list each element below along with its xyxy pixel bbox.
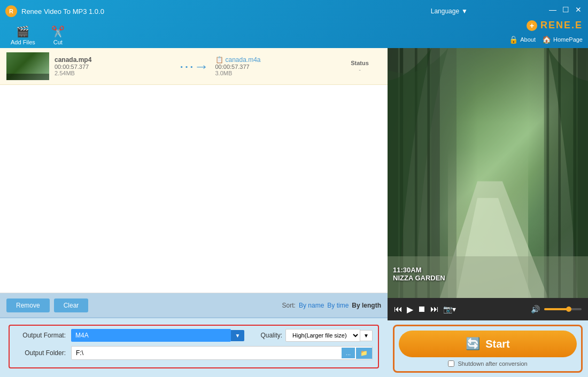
file-thumbnail (6, 52, 49, 80)
about-button[interactable]: 🔒 About (509, 35, 536, 44)
format-row: Output Format: M4A MP3 AAC WAV FLAC ▼ Qu… (9, 325, 379, 368)
start-section: 🔄 Start Shutdown after conversion (388, 320, 588, 377)
app-logo: R (5, 5, 17, 17)
video-preview: 11:30AM NIZZA GARDEN (388, 48, 588, 298)
language-btn[interactable]: Language ▼ (431, 7, 468, 15)
video-section: 11:30AM NIZZA GARDEN ⏮ ▶ ⏹ ⏭ 📷▾ 🔊 (388, 48, 588, 320)
add-files-icon: 🎬 (16, 25, 29, 38)
skip-back-button[interactable]: ⏮ (394, 304, 403, 314)
video-scene-svg (388, 48, 588, 298)
file-list: canada.mp4 00:00:57.377 2.54MB ⋯→ 📋 cana… (0, 48, 388, 293)
start-label: Start (485, 338, 510, 350)
nav-links: 🔒 About 🏠 HomePage (509, 35, 583, 44)
table-row: canada.mp4 00:00:57.377 2.54MB ⋯→ 📋 cana… (0, 48, 388, 85)
left-panel: canada.mp4 00:00:57.377 2.54MB ⋯→ 📋 cana… (0, 48, 388, 377)
quality-area: Quality: High(Larger file size) Medium L… (260, 329, 373, 342)
brand-name: RENE.E (540, 20, 583, 31)
remove-button[interactable]: Remove (6, 299, 50, 312)
play-button[interactable]: ▶ (407, 304, 413, 315)
add-files-label: Add Files (11, 39, 35, 45)
add-files-button[interactable]: 🎬 Add Files (11, 25, 35, 45)
thumb-overlay (6, 74, 49, 80)
window-controls: — ☐ ✕ (548, 5, 583, 14)
media-controls: ⏮ ▶ ⏹ ⏭ 📷▾ 🔊 (388, 298, 588, 320)
rene-brand: + RENE.E (527, 20, 583, 31)
sort-area: Sort: By name By time By length (282, 302, 381, 309)
output-file-info: 📋 canada.m4a 00:00:57.377 3.0MB (215, 56, 334, 76)
start-button-wrapper: 🔄 Start Shutdown after conversion (393, 325, 583, 373)
volume-icon: 🔊 (531, 305, 540, 313)
volume-fill (544, 308, 569, 310)
about-icon: 🔒 (509, 35, 518, 44)
shutdown-checkbox[interactable] (448, 360, 454, 367)
start-button[interactable]: 🔄 Start (399, 331, 577, 357)
toolbar: 🎬 Add Files ✂️ Cut (0, 22, 489, 48)
volume-slider[interactable] (544, 308, 582, 310)
video-location-text: NIZZA GARDEN (393, 274, 445, 282)
file-icon: 📋 (215, 56, 223, 64)
folder-settings-row: Output Folder: ... 📁 (15, 346, 373, 360)
header-left: R Renee Video To MP3 1.0.0 Language ▼ 🎬 … (0, 0, 489, 48)
video-time-text: 11:30AM (393, 266, 445, 274)
browse-button[interactable]: ... (342, 348, 355, 358)
stop-button[interactable]: ⏹ (417, 304, 426, 314)
refresh-icon: 🔄 (466, 337, 480, 351)
quality-arrow-icon: ▼ (360, 330, 373, 341)
main-layout: canada.mp4 00:00:57.377 2.54MB ⋯→ 📋 cana… (0, 48, 588, 377)
right-panel: 11:30AM NIZZA GARDEN ⏮ ▶ ⏹ ⏭ 📷▾ 🔊 (388, 48, 588, 377)
app-title: Renee Video To MP3 1.0.0 (21, 7, 104, 15)
skip-forward-button[interactable]: ⏭ (430, 304, 439, 314)
about-label: About (520, 36, 536, 43)
screenshot-button[interactable]: 📷▾ (443, 305, 456, 313)
video-overlay-text: 11:30AM NIZZA GARDEN (393, 266, 445, 282)
format-arrow-icon: ▼ (231, 330, 245, 341)
close-button[interactable]: ✕ (574, 5, 583, 14)
quality-select[interactable]: High(Larger file size) Medium Low (285, 329, 360, 342)
shutdown-row: Shutdown after conversion (448, 360, 527, 367)
minimize-button[interactable]: — (548, 5, 557, 14)
clear-button[interactable]: Clear (54, 299, 89, 312)
quality-select-container: High(Larger file size) Medium Low ▼ (285, 329, 373, 342)
settings-panel: Output Format: M4A MP3 AAC WAV FLAC ▼ Qu… (0, 317, 388, 377)
homepage-label: HomePage (553, 36, 583, 43)
convert-arrow: ⋯→ (178, 58, 210, 75)
output-file-size: 3.0MB (215, 70, 334, 76)
folder-input-container: ... 📁 (71, 346, 373, 360)
format-settings-row: Output Format: M4A MP3 AAC WAV FLAC ▼ Qu… (15, 329, 373, 342)
sort-by-length-link[interactable]: By length (352, 302, 381, 309)
input-file-duration: 00:00:57.377 (55, 64, 173, 70)
output-file-name: 📋 canada.m4a (215, 56, 334, 64)
output-format-label: Output Format: (15, 332, 66, 339)
volume-thumb (566, 307, 571, 312)
sort-by-name-link[interactable]: By name (299, 302, 324, 309)
cut-icon: ✂️ (51, 25, 65, 38)
bottom-controls: Remove Clear Sort: By name By time By le… (0, 293, 388, 317)
language-label: Language (431, 7, 459, 15)
sort-label: Sort: (282, 302, 296, 309)
input-file-info: canada.mp4 00:00:57.377 2.54MB (55, 56, 173, 76)
status-label: Status (338, 60, 381, 66)
output-name-text: canada.m4a (226, 56, 261, 64)
output-folder-label: Output Folder: (15, 349, 66, 357)
home-icon: 🏠 (542, 35, 551, 44)
input-file-size: 2.54MB (55, 70, 173, 76)
output-file-duration: 00:00:57.377 (215, 64, 334, 70)
status-badge: - (338, 66, 381, 73)
cut-label: Cut (53, 39, 63, 45)
shutdown-label: Shutdown after conversion (458, 360, 527, 367)
format-select-container: M4A MP3 AAC WAV FLAC ▼ (71, 329, 244, 342)
quality-label: Quality: (260, 332, 282, 339)
input-file-name: canada.mp4 (55, 56, 173, 64)
titlebar: R Renee Video To MP3 1.0.0 Language ▼ (0, 0, 489, 22)
cut-button[interactable]: ✂️ Cut (51, 25, 65, 45)
rene-plus-icon: + (527, 20, 537, 31)
folder-input[interactable] (72, 347, 342, 359)
open-folder-button[interactable]: 📁 (356, 348, 372, 359)
sort-by-time-link[interactable]: By time (327, 302, 349, 309)
language-arrow-icon: ▼ (461, 7, 468, 15)
status-area: Status - (338, 60, 381, 73)
homepage-button[interactable]: 🏠 HomePage (542, 35, 583, 44)
right-arrow-icon: ⋯→ (179, 58, 209, 75)
maximize-button[interactable]: ☐ (561, 5, 570, 14)
format-select[interactable]: M4A MP3 AAC WAV FLAC (71, 329, 231, 342)
